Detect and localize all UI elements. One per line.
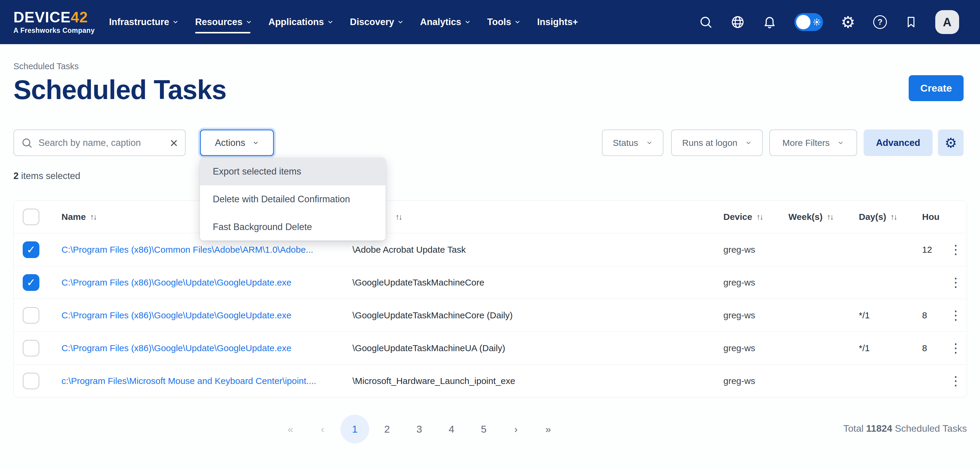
chevron-down-icon xyxy=(465,19,471,25)
chevron-down-icon xyxy=(397,19,404,25)
logo-42-text: 42 xyxy=(71,9,88,25)
bookmark-icon[interactable] xyxy=(905,16,917,29)
pagination-first[interactable]: « xyxy=(282,415,299,444)
nav-item-applications[interactable]: Applications xyxy=(269,0,334,44)
nav-item-tools[interactable]: Tools xyxy=(487,0,521,44)
filter-label: Runs at logon xyxy=(682,138,737,148)
row-checkbox[interactable]: ✓ xyxy=(23,373,40,390)
task-name-link[interactable]: c:\Program Files\Microsoft Mouse and Key… xyxy=(62,376,316,386)
filter-runs-at-logon[interactable]: Runs at logon xyxy=(671,129,763,156)
row-checkbox[interactable]: ✓ xyxy=(23,274,40,291)
column-header-days[interactable]: Day(s)↑↓ xyxy=(859,212,922,222)
top-navbar: DEVICE42 A Freshworks Company Infrastruc… xyxy=(0,0,980,44)
task-device: greg-ws xyxy=(723,343,788,353)
breadcrumb[interactable]: Scheduled Tasks xyxy=(13,62,79,71)
select-all-checkbox[interactable]: ✓ xyxy=(23,208,40,225)
task-hours: 8 xyxy=(922,310,944,320)
row-kebab-menu-icon[interactable]: ⋮ xyxy=(944,342,967,355)
sun-icon xyxy=(813,18,821,26)
bell-icon[interactable] xyxy=(763,15,776,29)
search-icon[interactable] xyxy=(699,15,713,29)
chevron-down-icon xyxy=(172,19,179,25)
settings-gear-icon[interactable]: ⚙ xyxy=(841,14,855,30)
menu-item-export-selected[interactable]: Export selected items xyxy=(200,157,385,185)
selected-text: items selected xyxy=(19,171,80,181)
nav-item-insights-plus[interactable]: Insights+ xyxy=(537,0,578,44)
toggle-knob-icon xyxy=(796,15,810,29)
advanced-button[interactable]: Advanced xyxy=(864,129,932,156)
main-content: Scheduled Tasks Scheduled Tasks Create ×… xyxy=(0,44,980,469)
column-header-weeks[interactable]: Week(s)↑↓ xyxy=(788,212,859,222)
column-header-caption[interactable]: ↑↓ xyxy=(352,212,723,222)
column-header-device[interactable]: Device↑↓ xyxy=(723,212,788,222)
row-checkbox[interactable]: ✓ xyxy=(23,340,40,356)
nav-item-discovery[interactable]: Discovery xyxy=(350,0,404,44)
scheduled-tasks-table: ✓ Name↑↓ ↑↓ Device↑↓ Week(s)↑↓ Day(s)↑↓ … xyxy=(13,200,967,397)
search-icon xyxy=(21,137,33,149)
clear-search-icon[interactable]: × xyxy=(170,136,178,150)
actions-label: Actions xyxy=(215,138,245,148)
chevron-down-icon xyxy=(253,140,259,146)
filter-label: More Filters xyxy=(783,138,830,148)
pagination: « ‹ 1 2 3 4 5 › » xyxy=(282,415,557,444)
gear-icon: ⚙ xyxy=(945,135,957,151)
task-caption: \GoogleUpdateTaskMachineUA (Daily) xyxy=(352,343,723,353)
row-checkbox[interactable]: ✓ xyxy=(23,242,40,258)
nav-item-infrastructure[interactable]: Infrastructure xyxy=(109,0,179,44)
row-kebab-menu-icon[interactable]: ⋮ xyxy=(944,309,967,322)
task-name-link[interactable]: C:\Program Files (x86)\Google\Update\Goo… xyxy=(62,310,291,320)
row-kebab-menu-icon[interactable]: ⋮ xyxy=(944,375,967,387)
search-input[interactable] xyxy=(38,138,164,148)
total-label: Total xyxy=(843,423,866,434)
task-device: greg-ws xyxy=(723,376,788,386)
pagination-page-2[interactable]: 2 xyxy=(378,415,396,444)
nav-item-resources[interactable]: Resources xyxy=(195,0,252,44)
logo-wordmark: DEVICE42 xyxy=(13,10,95,25)
column-header-hours[interactable]: Hou xyxy=(922,212,944,222)
theme-toggle[interactable] xyxy=(794,13,823,31)
task-name-link[interactable]: C:\Program Files (x86)\Google\Update\Goo… xyxy=(62,277,291,287)
device42-logo[interactable]: DEVICE42 A Freshworks Company xyxy=(13,10,95,35)
column-label: Hou xyxy=(922,212,939,222)
filter-label: Status xyxy=(612,138,638,148)
create-button[interactable]: Create xyxy=(909,75,964,101)
task-device: greg-ws xyxy=(723,245,788,255)
row-kebab-menu-icon[interactable]: ⋮ xyxy=(944,243,967,256)
row-checkbox[interactable]: ✓ xyxy=(23,307,40,324)
task-days: */1 xyxy=(859,310,922,320)
menu-item-delete-detailed[interactable]: Delete with Detailed Confirmation xyxy=(200,185,385,213)
filter-status[interactable]: Status xyxy=(602,129,663,156)
selected-count: 2 xyxy=(13,171,19,181)
row-kebab-menu-icon[interactable]: ⋮ xyxy=(944,276,967,289)
task-name-link[interactable]: C:\Program Files (x86)\Google\Update\Goo… xyxy=(62,343,291,353)
user-avatar[interactable]: A xyxy=(935,10,959,34)
pagination-last[interactable]: » xyxy=(539,415,557,444)
menu-item-fast-delete[interactable]: Fast Background Delete xyxy=(200,213,385,240)
navbar-icon-group: ⚙ ? A xyxy=(699,10,959,34)
chevron-down-icon xyxy=(327,19,334,25)
task-name-link[interactable]: C:\Program Files (x86)\Common Files\Adob… xyxy=(62,245,313,254)
task-hours: 12 xyxy=(922,245,944,255)
table-row: ✓ c:\Program Files\Microsoft Mouse and K… xyxy=(14,364,967,397)
globe-icon[interactable] xyxy=(730,15,745,29)
pagination-page-4[interactable]: 4 xyxy=(442,415,460,444)
pagination-page-3[interactable]: 3 xyxy=(410,415,428,444)
pagination-next[interactable]: › xyxy=(507,415,525,444)
table-settings-gear-button[interactable]: ⚙ xyxy=(938,129,964,156)
search-box[interactable]: × xyxy=(13,129,186,156)
nav-item-analytics[interactable]: Analytics xyxy=(420,0,471,44)
column-label: Week(s) xyxy=(788,212,823,222)
pagination-page-1[interactable]: 1 xyxy=(340,415,369,444)
table-row: ✓ C:\Program Files (x86)\Google\Update\G… xyxy=(14,266,967,299)
nav-item-label: Applications xyxy=(269,17,324,27)
pagination-page-5[interactable]: 5 xyxy=(475,415,493,444)
gear-glyph: ⚙ xyxy=(841,14,855,30)
chevron-down-icon xyxy=(514,19,521,25)
filter-more-filters[interactable]: More Filters xyxy=(769,129,857,156)
task-hours: 8 xyxy=(922,343,944,353)
help-icon[interactable]: ? xyxy=(873,15,887,29)
chevron-down-icon xyxy=(837,140,844,146)
pagination-prev[interactable]: ‹ xyxy=(313,415,331,444)
task-device: greg-ws xyxy=(723,277,788,288)
actions-dropdown-button[interactable]: Actions xyxy=(200,129,274,156)
